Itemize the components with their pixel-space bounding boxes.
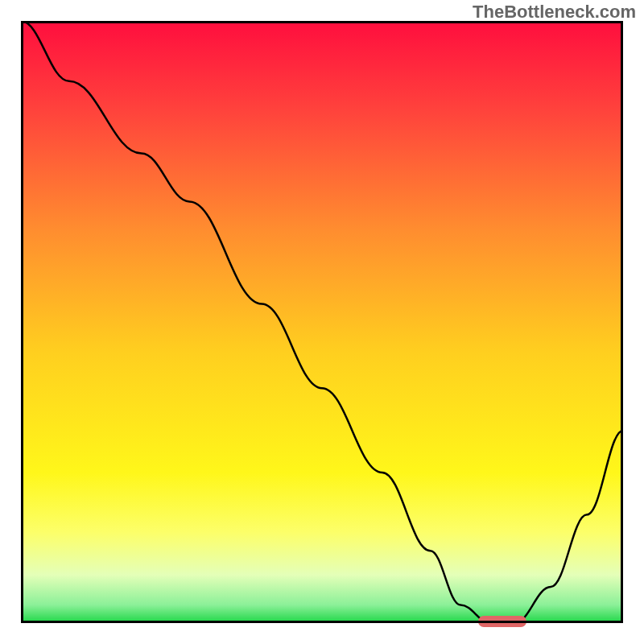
plot-area: [21, 21, 623, 623]
watermark-text: TheBottleneck.com: [473, 2, 636, 23]
bottleneck-curve: [21, 21, 623, 623]
chart-container: TheBottleneck.com: [0, 0, 644, 644]
optimal-marker: [478, 616, 526, 627]
